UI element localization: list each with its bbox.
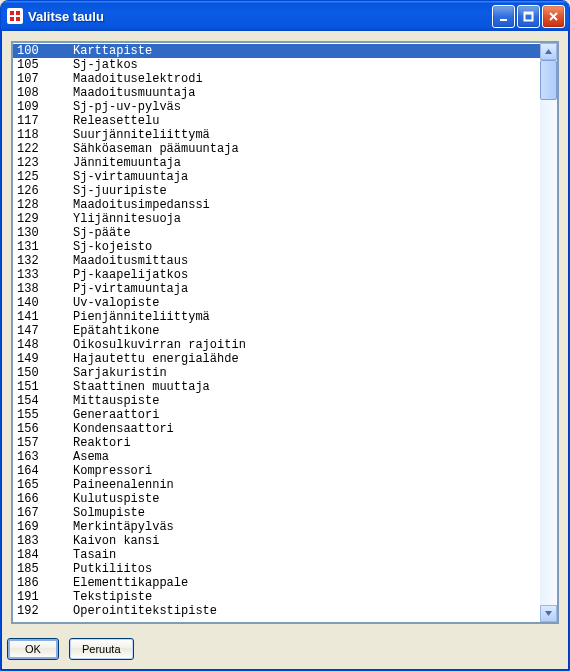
list-item[interactable]: 169Merkintäpylväs xyxy=(13,520,540,534)
list-item-name: Pj-virtamuuntaja xyxy=(73,282,536,296)
ok-button[interactable]: OK xyxy=(7,638,59,660)
list-item-name: Maadoitusimpedanssi xyxy=(73,198,536,212)
client-area: 100Karttapiste105Sj-jatkos107Maadoitusel… xyxy=(1,31,569,630)
list-item[interactable]: 123Jännitemuuntaja xyxy=(13,156,540,170)
list-item-name: Maadoitusmittaus xyxy=(73,254,536,268)
list-item-code: 129 xyxy=(17,212,73,226)
list-item[interactable]: 149Hajautettu energialähde xyxy=(13,352,540,366)
list-item-name: Elementtikappale xyxy=(73,576,536,590)
list-item[interactable]: 165Paineenalennin xyxy=(13,478,540,492)
list-item[interactable]: 138Pj-virtamuuntaja xyxy=(13,282,540,296)
svg-marker-10 xyxy=(545,49,552,54)
list-item-name: Pj-kaapelijatkos xyxy=(73,268,536,282)
list-item-code: 147 xyxy=(17,324,73,338)
list-item[interactable]: 140Uv-valopiste xyxy=(13,296,540,310)
list-item[interactable]: 191Tekstipiste xyxy=(13,590,540,604)
minimize-button[interactable] xyxy=(492,5,515,28)
list-item-name: Staattinen muuttaja xyxy=(73,380,536,394)
scroll-thumb[interactable] xyxy=(540,60,557,100)
listbox-frame: 100Karttapiste105Sj-jatkos107Maadoitusel… xyxy=(11,41,559,624)
cancel-button[interactable]: Peruuta xyxy=(69,638,134,660)
scroll-down-button[interactable] xyxy=(540,605,557,622)
list-item-name: Epätahtikone xyxy=(73,324,536,338)
list-item-code: 148 xyxy=(17,338,73,352)
list-item-code: 105 xyxy=(17,58,73,72)
titlebar[interactable]: Valitse taulu xyxy=(1,1,569,31)
list-item[interactable]: 157Reaktori xyxy=(13,436,540,450)
list-item-name: Asema xyxy=(73,450,536,464)
list-item-code: 169 xyxy=(17,520,73,534)
list-item-name: Karttapiste xyxy=(73,44,536,58)
list-item[interactable]: 147Epätahtikone xyxy=(13,324,540,338)
list-item[interactable]: 151Staattinen muuttaja xyxy=(13,380,540,394)
list-item[interactable]: 133Pj-kaapelijatkos xyxy=(13,268,540,282)
maximize-button[interactable] xyxy=(517,5,540,28)
list-item-code: 163 xyxy=(17,450,73,464)
list-item-code: 117 xyxy=(17,114,73,128)
list-item[interactable]: 186Elementtikappale xyxy=(13,576,540,590)
svg-rect-3 xyxy=(10,17,14,21)
dialog-window: Valitse taulu 100Karttapiste105Sj-jatkos… xyxy=(0,0,570,671)
list-item[interactable]: 150Sarjakuristin xyxy=(13,366,540,380)
list-item[interactable]: 192Operointitekstipiste xyxy=(13,604,540,618)
list-item[interactable]: 166Kulutuspiste xyxy=(13,492,540,506)
list-item[interactable]: 117Releasettelu xyxy=(13,114,540,128)
list-item-code: 108 xyxy=(17,86,73,100)
list-item-code: 154 xyxy=(17,394,73,408)
list-item[interactable]: 154Mittauspiste xyxy=(13,394,540,408)
list-item[interactable]: 183Kaivon kansi xyxy=(13,534,540,548)
list-item[interactable]: 184Tasain xyxy=(13,548,540,562)
list-item[interactable]: 167Solmupiste xyxy=(13,506,540,520)
list-item[interactable]: 148Oikosulkuvirran rajoitin xyxy=(13,338,540,352)
list-item[interactable]: 109Sj-pj-uv-pylväs xyxy=(13,100,540,114)
list-item[interactable]: 131Sj-kojeisto xyxy=(13,240,540,254)
close-button[interactable] xyxy=(542,5,565,28)
list-item[interactable]: 118Suurjänniteliittymä xyxy=(13,128,540,142)
list-item-code: 122 xyxy=(17,142,73,156)
listbox[interactable]: 100Karttapiste105Sj-jatkos107Maadoitusel… xyxy=(13,43,540,622)
list-item[interactable]: 164Kompressori xyxy=(13,464,540,478)
scroll-track[interactable] xyxy=(540,60,557,605)
list-item[interactable]: 125Sj-virtamuuntaja xyxy=(13,170,540,184)
list-item[interactable]: 156Kondensaattori xyxy=(13,422,540,436)
list-item[interactable]: 108Maadoitusmuuntaja xyxy=(13,86,540,100)
list-item[interactable]: 141Pienjänniteliittymä xyxy=(13,310,540,324)
svg-rect-1 xyxy=(10,11,14,15)
list-item[interactable]: 122Sähköaseman päämuuntaja xyxy=(13,142,540,156)
list-item-code: 130 xyxy=(17,226,73,240)
scroll-up-button[interactable] xyxy=(540,43,557,60)
list-item[interactable]: 130Sj-pääte xyxy=(13,226,540,240)
list-item-code: 133 xyxy=(17,268,73,282)
list-item-code: 141 xyxy=(17,310,73,324)
list-item-name: Reaktori xyxy=(73,436,536,450)
list-item-name: Sj-jatkos xyxy=(73,58,536,72)
list-item-name: Sj-virtamuuntaja xyxy=(73,170,536,184)
list-item-code: 165 xyxy=(17,478,73,492)
window-title: Valitse taulu xyxy=(28,9,492,24)
list-item-name: Sj-pääte xyxy=(73,226,536,240)
list-item[interactable]: 163Asema xyxy=(13,450,540,464)
svg-rect-4 xyxy=(16,17,20,21)
list-item-code: 156 xyxy=(17,422,73,436)
list-item-name: Uv-valopiste xyxy=(73,296,536,310)
list-item[interactable]: 107Maadoituselektrodi xyxy=(13,72,540,86)
list-item[interactable]: 185Putkiliitos xyxy=(13,562,540,576)
list-item[interactable]: 100Karttapiste xyxy=(13,44,540,58)
list-item[interactable]: 126Sj-juuripiste xyxy=(13,184,540,198)
list-item[interactable]: 129Ylijännitesuoja xyxy=(13,212,540,226)
list-item[interactable]: 105Sj-jatkos xyxy=(13,58,540,72)
list-item-name: Maadoituselektrodi xyxy=(73,72,536,86)
list-item-name: Solmupiste xyxy=(73,506,536,520)
list-item[interactable]: 155Generaattori xyxy=(13,408,540,422)
list-item-code: 126 xyxy=(17,184,73,198)
list-item[interactable]: 128Maadoitusimpedanssi xyxy=(13,198,540,212)
vertical-scrollbar[interactable] xyxy=(540,43,557,622)
svg-rect-2 xyxy=(16,11,20,15)
list-item[interactable]: 132Maadoitusmittaus xyxy=(13,254,540,268)
list-item-code: 166 xyxy=(17,492,73,506)
list-item-name: Kulutuspiste xyxy=(73,492,536,506)
list-item-name: Sj-juuripiste xyxy=(73,184,536,198)
list-item-name: Suurjänniteliittymä xyxy=(73,128,536,142)
list-item-name: Tasain xyxy=(73,548,536,562)
list-item-name: Tekstipiste xyxy=(73,590,536,604)
